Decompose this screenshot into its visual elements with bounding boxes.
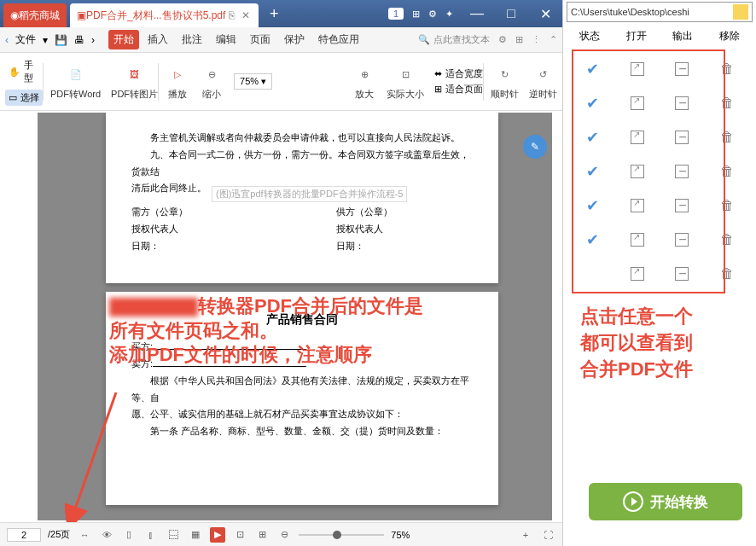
annotation-left: 转换器PDF合并后的文件是 所有文件页码之和。 添加PDF文件的时候，注意顺序 [109,294,536,368]
menubar: ‹ 文件 ▾ 💾 🖶 › 开始 插入 批注 编辑 页面 保护 特色应用 🔍 点此… [0,27,562,53]
output-icon[interactable] [675,165,689,178]
zoom-value: 75% [240,76,259,86]
rotate-ccw-button[interactable]: ↺ 逆时针 [529,62,557,101]
menutab-annotate[interactable]: 批注 [177,30,207,49]
open-icon[interactable] [631,62,644,76]
print-icon[interactable]: 🖶 [74,34,84,46]
menutab-page[interactable]: 页面 [245,30,276,49]
search-placeholder: 点此查找文本 [433,33,490,46]
grid-icon[interactable]: ⊞ [412,9,420,20]
menutab-insert[interactable]: 插入 [142,30,173,49]
zoom-out-button[interactable]: ⊖ 缩小 [200,62,224,101]
ann-text: 所有文件页码之和。 [109,319,536,344]
plus-icon: ⊕ [352,62,376,86]
settings-icon[interactable]: ⚙ [428,9,437,20]
open-icon[interactable] [631,165,644,178]
play-button[interactable]: ▷ 播放 [166,62,189,101]
sb-cont-icon[interactable]: ⫿ [143,527,159,543]
zoom-level[interactable]: 75% ▾ [234,73,272,90]
menu-icon[interactable]: ⊞ [515,34,523,45]
hand-tool[interactable]: ✋ 手型 [5,57,43,86]
tab-store[interactable]: ◉ 稻壳商城 [3,3,67,27]
rotate-cw-button[interactable]: ↻ 顺时针 [491,62,519,101]
output-icon[interactable] [675,233,689,247]
notification-badge[interactable]: 1 [388,8,404,20]
sb-dual-icon[interactable]: ⿱ [166,527,181,543]
ann-text: 转换器PDF合并后的文件是 [198,295,423,317]
sparkle-icon[interactable]: ✦ [445,9,453,20]
sb-minus-icon[interactable]: ⊖ [276,527,292,543]
sb-nav-icon[interactable]: ↔ [77,527,92,543]
doc-text: 根据《中华人民共和国合同法》及其他有关法律、法规的规定，买卖双方在平等、自 [131,373,473,407]
sb-single-icon[interactable]: ▯ [121,527,137,543]
menutab-edit[interactable]: 编辑 [211,30,241,49]
output-icon[interactable] [675,131,689,144]
sb-dualcont-icon[interactable]: ▦ [188,527,203,543]
menu-file[interactable]: 文件 [15,32,36,47]
start-convert-button[interactable]: 开始转换 [589,483,742,520]
open-icon[interactable] [631,96,644,110]
open-icon[interactable] [631,233,644,247]
select-tool[interactable]: ▭ 选择 [5,90,43,106]
minus-icon: ⊖ [200,62,224,86]
path-text: C:\Users\tuke\Desktop\ceshi [571,7,689,17]
doc-text: 愿、公平、诚实信用的基础上就石材产品买卖事宜达成协议如下： [131,406,473,423]
floating-badge[interactable]: ✎ [523,135,547,159]
output-icon[interactable] [675,267,689,281]
sig-rep: 授权代表人 [131,221,268,238]
back-icon[interactable]: ‹ [5,34,9,46]
pdf-to-image-button[interactable]: 🖼 PDF转图片 [111,62,158,101]
fit-page-label: 适合页面 [445,83,483,96]
output-icon[interactable] [675,199,689,212]
save-icon[interactable]: 💾 [55,34,67,46]
sb-screen1-icon[interactable]: ⊡ [232,527,247,543]
page-input[interactable] [7,528,41,542]
right-panel: C:\Users\tuke\Desktop\ceshi 状态 打开 输出 移除 … [563,0,756,546]
open-icon[interactable] [631,199,644,212]
sb-fullscreen-icon[interactable]: ⛶ [540,527,555,543]
sb-play-icon[interactable]: ▶ [210,527,225,543]
sb-screen2-icon[interactable]: ⊞ [254,527,270,543]
minimize-button[interactable]: — [460,0,494,27]
sb-plus-icon[interactable]: + [518,527,533,543]
tab-dropdown-icon[interactable]: ⎘ [229,9,235,21]
menutab-protect[interactable]: 保护 [279,30,310,49]
menutab-start[interactable]: 开始 [108,30,139,49]
dropdown-icon[interactable]: ▾ [43,34,48,46]
close-icon[interactable]: ✕ [240,9,252,21]
gear-icon[interactable]: ⚙ [498,34,507,45]
collapse-icon[interactable]: ⌃ [550,34,557,45]
actual-icon: ⊡ [393,62,417,86]
new-tab-button[interactable]: + [262,2,286,26]
more-icon[interactable]: › [91,34,95,46]
zoom-in-button[interactable]: ⊕ 放大 [352,62,376,101]
search-icon: 🔍 [418,34,430,45]
open-icon[interactable] [631,131,644,144]
pdf-to-word-button[interactable]: 📄 PDF转Word [50,62,101,101]
path-bar[interactable]: C:\Users\tuke\Desktop\ceshi [567,2,753,22]
toolbar: ✋ 手型 ▭ 选择 📄 PDF转Word 🖼 PDF转图片 ▷ 播放 [0,53,562,111]
sig-rep: 授权代表人 [336,221,473,238]
shrink-label: 缩小 [202,88,221,101]
actual-size-button[interactable]: ⊡ 实际大小 [387,62,424,101]
col-open: 打开 [614,29,660,44]
search-input[interactable]: 🔍 点此查找文本 [418,33,490,46]
annotation-right: 点击任意一个 都可以查看到 合并PDF文件 [580,304,751,382]
fit-width-button[interactable]: ⬌ 适合宽度 [434,67,483,80]
close-button[interactable]: ✕ [528,0,562,27]
fit-page-button[interactable]: ⊞ 适合页面 [434,83,483,96]
kebab-icon[interactable]: ⋮ [532,34,541,45]
menutab-special[interactable]: 特色应用 [313,30,364,49]
tab-store-label: 稻壳商城 [19,9,60,23]
start-label: 开始转换 [650,492,708,512]
output-icon[interactable] [675,96,689,110]
tab-active-file[interactable]: ▣ PDF合并_材料...售协议书5.pdf ⎘ ✕ [70,3,259,27]
sb-eye-icon[interactable]: 👁 [99,527,114,543]
open-icon[interactable] [631,267,644,281]
output-icon[interactable] [675,62,689,76]
folder-icon[interactable] [733,4,748,20]
zoom-slider[interactable] [299,534,384,536]
maximize-button[interactable]: □ [494,0,528,27]
ccw-label: 逆时针 [529,88,557,101]
redacted-text [109,298,198,317]
